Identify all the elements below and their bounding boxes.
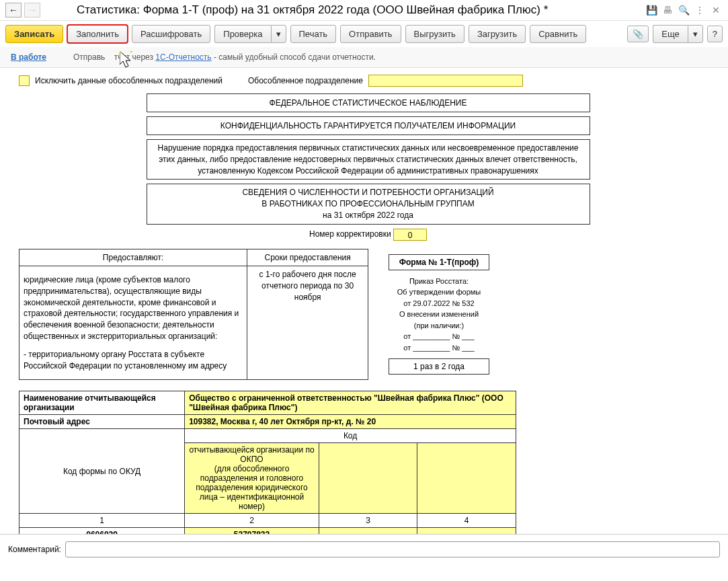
- print-icon[interactable]: 🖶: [661, 3, 674, 17]
- frequency: 1 раз в 2 года: [389, 358, 489, 375]
- addr-value[interactable]: 109382, Москва г, 40 лет Октября пр-кт, …: [185, 415, 516, 429]
- code-header: Код: [185, 429, 516, 443]
- nav-back-button[interactable]: ←: [5, 3, 22, 17]
- code-cell-3[interactable]: [319, 443, 417, 514]
- subunit-label: Обособленное подразделение: [248, 76, 363, 85]
- code-cell-4[interactable]: [417, 443, 516, 514]
- help-button[interactable]: ?: [707, 26, 723, 42]
- col-2: 2: [185, 514, 319, 528]
- order-info: Приказ Росстата: Об утверждении формы от…: [389, 276, 489, 354]
- deadlines-header: Сроки предоставления: [247, 249, 368, 266]
- okud-value: 0606029: [19, 528, 185, 534]
- subunit-input[interactable]: [368, 75, 523, 87]
- deadlines-text: с 1-го рабочего дня после отчетного пери…: [247, 266, 368, 380]
- organization-table: Наименование отчитывающейся организации …: [19, 391, 516, 534]
- col-1: 1: [19, 514, 185, 528]
- correction-label: Номер корректировки: [309, 229, 391, 239]
- compare-button[interactable]: Сравнить: [530, 25, 586, 43]
- more-button[interactable]: Еще: [653, 25, 687, 43]
- correction-input[interactable]: 0: [393, 229, 427, 241]
- exclude-label: Исключить данные обособленных подразделе…: [35, 76, 223, 85]
- okud-label: Код формы по ОКУД: [19, 429, 185, 514]
- block-confidential: КОНФИДЕНЦИАЛЬНОСТЬ ГАРАНТИРУЕТСЯ ПОЛУЧАТ…: [147, 116, 590, 135]
- form-name: Форма № 1-Т(проф): [389, 254, 489, 270]
- save-button[interactable]: Записать: [5, 25, 63, 43]
- comment-input[interactable]: [65, 541, 720, 557]
- val-4[interactable]: [417, 528, 516, 534]
- preview-icon[interactable]: 🔍: [677, 3, 690, 17]
- status-link[interactable]: В работе: [11, 52, 46, 62]
- fill-button[interactable]: Заполнить: [67, 25, 128, 43]
- exclude-checkbox[interactable]: [19, 75, 30, 86]
- send-button[interactable]: Отправить: [340, 25, 401, 43]
- org-name-label: Наименование отчитывающейся организации: [19, 391, 185, 415]
- comment-label: Комментарий:: [8, 545, 61, 554]
- form-content: Исключить данные обособленных подразделе…: [0, 68, 728, 534]
- more-dropdown[interactable]: ▾: [688, 25, 703, 43]
- org-name-value[interactable]: Общество с ограниченной ответственностью…: [185, 391, 516, 415]
- block-title: СВЕДЕНИЯ О ЧИСЛЕННОСТИ И ПОТРЕБНОСТИ ОРГ…: [147, 184, 590, 224]
- info-text: Отправь тчет через 1С-Отчетность - самый…: [73, 52, 376, 62]
- export-button[interactable]: Выгрузить: [405, 25, 464, 43]
- block-warning: Нарушение порядка предоставления первичн…: [147, 139, 590, 180]
- close-icon[interactable]: ✕: [709, 3, 723, 17]
- print-button[interactable]: Печать: [290, 25, 337, 43]
- check-dropdown[interactable]: ▾: [271, 25, 286, 43]
- window-title: Статистика: Форма 1-Т (проф) на 31 октяб…: [43, 3, 642, 17]
- check-button[interactable]: Проверка: [214, 25, 270, 43]
- val-3[interactable]: [319, 528, 417, 534]
- submitters-text: юридические лица (кроме субъектов малого…: [19, 266, 247, 380]
- okpo-value[interactable]: 52707832: [185, 528, 319, 534]
- info-link[interactable]: 1С-Отчетность: [155, 52, 211, 62]
- attach-button[interactable]: 📎: [627, 26, 649, 42]
- more-icon[interactable]: ⋮: [693, 3, 706, 17]
- nav-forward-button[interactable]: →: [24, 3, 40, 17]
- block-federal: ФЕДЕРАЛЬНОЕ СТАТИСТИЧЕСКОЕ НАБЛЮДЕНИЕ: [147, 93, 590, 112]
- submitters-header: Предоставляют:: [19, 249, 247, 266]
- okpo-sub-label: отчитывающейся организации по ОКПО (для …: [185, 443, 319, 514]
- save-icon[interactable]: 💾: [645, 3, 658, 17]
- col-3: 3: [319, 514, 417, 528]
- addr-label: Почтовый адрес: [19, 415, 185, 429]
- decrypt-button[interactable]: Расшифровать: [132, 25, 210, 43]
- col-4: 4: [417, 514, 516, 528]
- import-button[interactable]: Загрузить: [469, 25, 526, 43]
